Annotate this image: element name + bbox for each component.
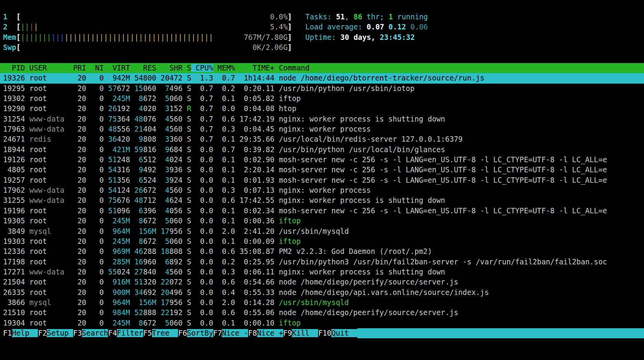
process-row-24671[interactable]: 24671 redis 20 0 36420 9808 3360 S 0.7 0…	[0, 134, 644, 144]
column-header-time[interactable]: TIME+	[235, 64, 274, 72]
column-header-pid[interactable]: PID	[3, 64, 25, 72]
cell-cpu: 0.0	[191, 298, 213, 307]
cpu1-meter-label: 1	[3, 13, 16, 21]
mem-value-prefix: 8	[139, 319, 143, 327]
cell-virt: 984M	[104, 309, 130, 317]
cell-pri: 20	[69, 288, 86, 297]
process-row-17271[interactable]: 17271 www-data 20 0 55024 27840 4560 S 0…	[0, 267, 644, 277]
cell-ni: 0	[86, 156, 104, 164]
process-row-19303[interactable]: 19303 root 20 0 245M 8672 5060 S 0.0 0.1…	[0, 237, 644, 247]
cell-pad	[156, 94, 165, 103]
process-row-19304[interactable]: 19304 root 20 0 245M 8672 5060 S 0.0 0.1…	[0, 318, 644, 328]
cell-res: 6524	[130, 176, 156, 184]
process-row-19126[interactable]: 19126 root 20 0 51248 6512 4024 S 0.0 0.…	[0, 155, 644, 165]
faction-label: Help	[12, 329, 38, 337]
fbar-item-nice-[interactable]: F8Nice +	[248, 328, 283, 338]
cell-pad	[104, 186, 108, 194]
column-header-user[interactable]: USER	[25, 64, 69, 72]
mem-value: 060	[170, 217, 183, 225]
fkey-label: F9	[283, 329, 292, 337]
cell-pri: 20	[69, 258, 86, 266]
cell-cpu: 0.7	[191, 84, 213, 93]
process-row-19326[interactable]: 19326 root 20 0 942M 54800 20472 S 1.3 0…	[0, 73, 644, 83]
cell-virt: 245M	[104, 319, 130, 327]
mem-value: 924	[170, 176, 183, 184]
process-row-3866[interactable]: 3866 mysql 20 0 964M 156M 17956 S 0.0 2.…	[0, 298, 644, 308]
cell-res: 8672	[130, 319, 156, 327]
cell-res: 156M	[130, 298, 156, 307]
cell-res: 46288	[130, 247, 156, 255]
process-row-26335[interactable]: 26335 root 20 0 900M 34692 20496 S 0.0 0…	[0, 288, 644, 298]
cell-pad	[104, 247, 113, 255]
process-row-31254[interactable]: 31254 www-data 20 0 75364 48076 4560 S 0…	[0, 114, 644, 124]
process-row-19305[interactable]: 19305 root 20 0 245M 8672 5060 S 0.0 0.1…	[0, 216, 644, 226]
mem-value-prefix: 4	[165, 207, 169, 215]
column-header-shr[interactable]: SHR	[156, 64, 183, 72]
cell-pid: 19295	[3, 84, 25, 93]
cell-pad	[156, 207, 165, 215]
cell-s: S	[183, 196, 192, 204]
fbar-item-filter[interactable]: F4Filter	[108, 328, 143, 338]
mem-value-prefix: 27	[134, 268, 143, 276]
process-row-31255[interactable]: 31255 www-data 20 0 75676 48712 4624 S 0…	[0, 195, 644, 206]
process-row-17198[interactable]: 17198 root 20 0 285M 16960 6892 S 0.0 0.…	[0, 257, 644, 267]
cell-pri: 20	[69, 247, 86, 255]
fbar-item-quit[interactable]: F10Quit	[318, 328, 358, 338]
cell-res: 52888	[130, 309, 156, 317]
column-header-cpu[interactable]: CPU%	[191, 64, 213, 72]
mem-value-prefix: 75	[108, 115, 117, 123]
process-row-21504[interactable]: 21504 root 20 0 916M 51320 22072 S 0.0 0…	[0, 277, 644, 287]
process-row-17962[interactable]: 17962 www-data 20 0 54124 26672 4560 S 0…	[0, 185, 644, 195]
process-row-19295[interactable]: 19295 root 20 0 57672 15060 7496 S 0.7 0…	[0, 84, 644, 94]
cell-pri: 20	[69, 166, 86, 174]
faction-label: Setup	[47, 329, 73, 337]
process-row-19302[interactable]: 19302 root 20 0 245M 8672 5060 S 0.7 0.1…	[0, 94, 644, 104]
process-row-19257[interactable]: 19257 root 20 0 51356 6524 3924 S 0.0 0.…	[0, 175, 644, 185]
uptime-summary: Uptime: 30 days, 23:45:32	[305, 33, 428, 43]
column-header-s[interactable]: S	[183, 64, 192, 72]
column-header-mem[interactable]: MEM%	[213, 64, 235, 72]
cell-s: S	[183, 298, 192, 307]
mem-value: 964M	[113, 298, 130, 307]
cell-user: mysql	[25, 298, 69, 307]
cell-res: 8672	[130, 94, 156, 103]
column-header-ni[interactable]: NI	[86, 64, 104, 72]
mem-value-prefix: 48	[134, 115, 143, 123]
cell-pad	[156, 115, 165, 123]
cell-shr: 6892	[156, 258, 183, 266]
column-header-virt[interactable]: VIRT	[104, 64, 130, 72]
cell-mem: 0.6	[213, 278, 235, 286]
cell-pad	[104, 105, 108, 113]
process-row-17963[interactable]: 17963 www-data 20 0 48556 21404 4560 S 0…	[0, 124, 644, 134]
process-row-21510[interactable]: 21510 root 20 0 984M 52888 22192 S 0.0 0…	[0, 308, 644, 318]
mem-value: 624	[170, 196, 183, 204]
cell-pid: 18944	[3, 146, 25, 154]
cell-pri: 20	[69, 186, 86, 194]
fbar-item-sortby[interactable]: F6SortBy	[178, 328, 213, 338]
process-row-12336[interactable]: 12336 root 20 0 969M 46288 18808 S 0.0 0…	[0, 247, 644, 257]
process-row-4805[interactable]: 4805 root 20 0 54316 9492 3936 S 0.0 0.1…	[0, 165, 644, 175]
column-header-cmd[interactable]: Command	[274, 64, 309, 72]
cell-s: S	[183, 288, 192, 297]
process-row-19196[interactable]: 19196 root 20 0 51096 6396 4056 S 0.0 0.…	[0, 206, 644, 216]
cell-pri: 20	[69, 94, 86, 103]
fbar-item-help[interactable]: F1Help	[3, 328, 38, 338]
process-row-3849[interactable]: 3849 mysql 20 0 964M 156M 17956 S 0.0 2.…	[0, 226, 644, 237]
column-header-pri[interactable]: PRI	[69, 64, 86, 72]
mem-value: 672	[143, 237, 156, 245]
fbar-item-nice-[interactable]: F7Nice -	[213, 328, 248, 338]
cell-mem: 2.0	[213, 298, 235, 307]
meter-close-bracket: ]	[288, 33, 292, 41]
fbar-item-setup[interactable]: F2Setup	[38, 328, 73, 338]
column-header-res[interactable]: RES	[130, 64, 156, 72]
cell-user: root	[25, 278, 69, 286]
fbar-item-tree[interactable]: F5Tree	[143, 328, 178, 338]
fbar-item-kill[interactable]: F9Kill	[283, 328, 318, 338]
process-row-19290[interactable]: 19290 root 20 0 26192 4020 3152 R 0.7 0.…	[0, 104, 644, 114]
mem-value-prefix: 26	[134, 186, 143, 194]
cell-s: S	[183, 278, 192, 286]
mem-value: 024	[117, 268, 130, 276]
cell-ni: 0	[86, 278, 104, 286]
process-row-18944[interactable]: 18944 root 20 0 421M 59816 9684 S 0.0 0.…	[0, 145, 644, 155]
fbar-item-search[interactable]: F3Search	[73, 328, 108, 338]
